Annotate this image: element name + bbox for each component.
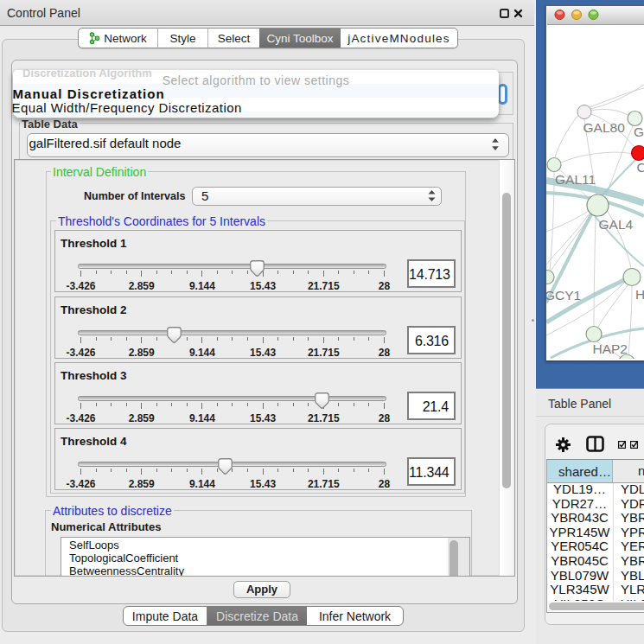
svg-text:HAP2: HAP2 (593, 341, 628, 355)
svg-text:GAL4: GAL4 (599, 216, 634, 231)
svg-text:GAL80: GAL80 (583, 119, 626, 134)
svg-text:C: C (637, 159, 644, 174)
svg-text:GAL11: GAL11 (555, 172, 596, 187)
svg-text:GCY1: GCY1 (546, 287, 581, 302)
svg-text:H: H (635, 287, 644, 302)
svg-text:GA: GA (634, 124, 644, 139)
